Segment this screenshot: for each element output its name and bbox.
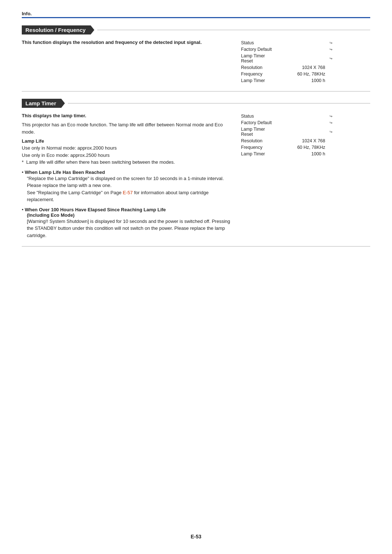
table-row: Resolution1024 X 768 <box>240 64 334 71</box>
section1-header-line <box>97 30 370 30</box>
table-label: Lamp Timer <box>240 77 279 84</box>
table-label: Factory Default <box>240 119 279 126</box>
lamp-life-title: Lamp Life <box>22 138 232 144</box>
table-label: Lamp Timer Reset <box>240 53 279 64</box>
section2-header: Lamp Timer <box>22 99 370 108</box>
table-value <box>279 53 327 64</box>
bullet2-title-part2: (Including Eco Mode) <box>27 212 74 218</box>
section2-divider <box>22 246 370 247</box>
section1-divider <box>22 91 370 91</box>
table-icon: ↵ <box>327 46 334 53</box>
table-icon <box>327 71 334 77</box>
bullet1-dot: • <box>22 170 25 175</box>
table-icon: ↵ <box>327 119 334 126</box>
bullet1-line2: See "Replacing the Lamp Cartridge" on Pa… <box>27 189 232 203</box>
table-icon: ↵ <box>327 53 334 64</box>
bullet1-line0: "Replace the Lamp Cartridge" is displaye… <box>27 175 232 182</box>
table-icon <box>327 151 334 157</box>
table-label: Resolution <box>240 138 279 144</box>
table-label: Factory Default <box>240 46 279 53</box>
return-icon: ↵ <box>329 121 332 125</box>
table-value: 1024 X 768 <box>279 64 327 71</box>
table-icon: ↵ <box>327 126 334 138</box>
return-icon: ↵ <box>329 56 332 61</box>
table-row: Lamp Timer1000 h <box>240 77 334 84</box>
table-value <box>279 113 327 119</box>
table-row: Frequency60 Hz, 78KHz <box>240 71 334 77</box>
table-label: Frequency <box>240 144 279 151</box>
table-value <box>279 46 327 53</box>
table-label: Lamp Timer <box>240 151 279 157</box>
table-value: 60 Hz, 78KHz <box>279 144 327 151</box>
bullet1-title: When Lamp Life Has Been Reached <box>25 170 105 175</box>
return-icon: ↵ <box>329 130 332 134</box>
section2-desc-bold: This displays the lamp timer. <box>22 113 232 118</box>
lamp-life-lines: Use only in Normal mode: approx.2000 hou… <box>22 144 232 166</box>
table-row: Frequency60 Hz, 78KHz <box>240 144 334 151</box>
table-value: 1000 h <box>279 151 327 157</box>
table-label: Status <box>240 40 279 46</box>
table-value: 1024 X 768 <box>279 138 327 144</box>
table-value: 1000 h <box>279 77 327 84</box>
section2-content: This displays the lamp timer. This proje… <box>22 113 370 239</box>
table-label: Frequency <box>240 71 279 77</box>
table-icon <box>327 77 334 84</box>
section1-left: This function displays the resolution an… <box>22 40 232 84</box>
info-label: Info. <box>22 11 32 16</box>
section1-header: Resolution / Frequency <box>22 25 370 34</box>
table-row: Factory Default↵ <box>240 46 334 53</box>
table-icon <box>327 138 334 144</box>
section1-desc-bold: This function displays the resolution an… <box>22 40 232 45</box>
bullet2: • When Over 100 Hours Have Elapsed Since… <box>22 207 232 239</box>
section2-info-table: Status↵Factory Default↵Lamp Timer Reset↵… <box>240 113 334 157</box>
bullet1-content: "Replace the Lamp Cartridge" is displaye… <box>27 175 232 203</box>
lamp-life-line-1: Use only in Eco mode: approx.2500 hours <box>22 152 232 159</box>
table-row: Lamp Timer Reset↵ <box>240 126 334 138</box>
table-row: Status↵ <box>240 113 334 119</box>
table-row: Factory Default↵ <box>240 119 334 126</box>
lamp-life-asterisk: * Lamp life will differ when there has b… <box>22 159 232 166</box>
lamp-life-line-0: Use only in Normal mode: approx.2000 hou… <box>22 144 232 152</box>
page-link-e57: E-57 <box>123 190 132 195</box>
table-value <box>279 40 327 46</box>
page-wrapper: Info. Resolution / Frequency This functi… <box>0 0 392 554</box>
section1-info-table: Status↵Factory Default↵Lamp Timer Reset↵… <box>240 40 334 84</box>
return-icon: ↵ <box>329 114 332 119</box>
section2-desc1: This projector has an Eco mode function.… <box>22 121 232 135</box>
return-icon: ↵ <box>329 41 332 45</box>
table-icon: ↵ <box>327 113 334 119</box>
info-bar: Info. <box>22 11 370 18</box>
bullet2-content: [Warning!! System Shutdown] is displayed… <box>27 218 232 239</box>
section1-title: Resolution / Frequency <box>22 25 94 34</box>
section2-title: Lamp Timer <box>22 99 65 108</box>
section2-left: This displays the lamp timer. This proje… <box>22 113 232 239</box>
bullet1-line1: Please replace the lamp with a new one. <box>27 182 232 189</box>
section2-info-table-container: Status↵Factory Default↵Lamp Timer Reset↵… <box>240 113 334 239</box>
table-label: Status <box>240 113 279 119</box>
return-icon: ↵ <box>329 47 332 52</box>
table-row: Resolution1024 X 768 <box>240 138 334 144</box>
table-label: Lamp Timer Reset <box>240 126 279 138</box>
bullet2-title-part1: When Over 100 Hours Have Elapsed Since R… <box>25 207 166 212</box>
section2-header-line <box>68 103 370 103</box>
table-icon <box>327 144 334 151</box>
table-label: Resolution <box>240 64 279 71</box>
page-number: E-53 <box>0 534 392 539</box>
table-value <box>279 126 327 138</box>
section1-info-table-container: Status↵Factory Default↵Lamp Timer Reset↵… <box>240 40 334 84</box>
bullet1: • When Lamp Life Has Been Reached "Repla… <box>22 170 232 203</box>
bullet2-dot: • <box>22 207 25 212</box>
table-value: 60 Hz, 78KHz <box>279 71 327 77</box>
table-row: Lamp Timer Reset↵ <box>240 53 334 64</box>
section1-content: This function displays the resolution an… <box>22 40 370 84</box>
table-icon: ↵ <box>327 40 334 46</box>
table-row: Status↵ <box>240 40 334 46</box>
table-row: Lamp Timer1000 h <box>240 151 334 157</box>
table-value <box>279 119 327 126</box>
table-icon <box>327 64 334 71</box>
